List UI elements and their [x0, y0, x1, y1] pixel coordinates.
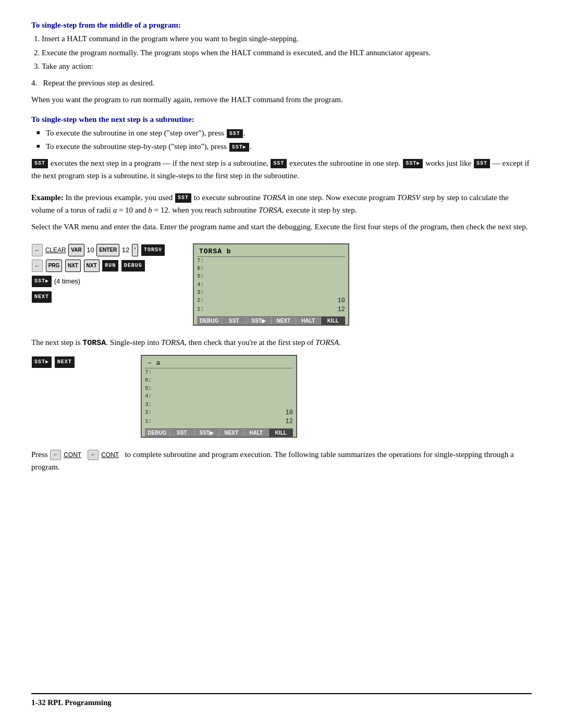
sst-into-key: SST▶: [229, 143, 249, 152]
sst-example: SST: [175, 193, 191, 203]
torsa-ref-1: TORSA: [263, 193, 286, 202]
sk-sst-1: SST: [222, 317, 247, 325]
lcd-screen-1: TORSA b 7: 6: 5: 4:: [193, 243, 349, 326]
debug-key: DEBUG: [121, 260, 145, 272]
example-area-2: SST▶ NEXT → a 7: 6: 5:: [31, 355, 532, 438]
lcd-row-1: 1: 12: [197, 305, 345, 314]
halt-para: When you want the program to run normall…: [31, 93, 532, 106]
heading-middle: To single-step from the middle of a prog…: [31, 21, 532, 30]
lcd-title-2: → a: [145, 358, 293, 368]
left-arrow-1: ←: [32, 244, 43, 256]
subroutine-bullets: To execute the subroutine in one step ("…: [36, 127, 532, 153]
bullet-step-into: To execute the subroutine step-by-step (…: [36, 141, 532, 153]
sst-into-inline: SST▶: [403, 159, 423, 168]
step-2: Execute the program normally. The progra…: [42, 47, 532, 59]
torsa-code: TORSA: [82, 339, 106, 348]
steps-list: Insert a HALT command in the program whe…: [42, 33, 532, 72]
screen-col-2: → a 7: 6: 5: 4:: [141, 355, 297, 438]
sk-halt-1: HALT: [296, 317, 321, 325]
torsv-ref: TORSV: [397, 193, 421, 202]
sk-kill-2: KILL: [269, 429, 293, 437]
lcd2-row-7: 7:: [145, 368, 293, 376]
sst-times-key: SST▶: [32, 276, 52, 287]
sst-inline-3: SST: [474, 159, 490, 168]
step-1: Insert a HALT command in the program whe…: [42, 33, 532, 45]
b-var: b: [148, 206, 152, 214]
keyseq2-line-1: SST▶ NEXT: [31, 355, 125, 368]
step-3: Take any action:: [42, 60, 532, 72]
lcd-row-3: 3:: [197, 289, 345, 297]
next-step-para: The next step is TORSA. Single-step into…: [31, 336, 532, 350]
lcd-row-7: 7:: [197, 257, 345, 265]
nxt-key-1: NXT: [65, 260, 81, 272]
lcd-row-5: 5:: [197, 273, 345, 280]
sk-sst2-2: SST▶: [194, 429, 219, 437]
page-content: To single-step from the middle of a prog…: [31, 21, 532, 473]
torsa-italic-2: TORSA: [161, 338, 185, 347]
clear-label: CLEAR: [45, 246, 66, 254]
cont-label-3: CONT: [101, 451, 119, 459]
keyseq-line-2: ← PRG NXT NXT RUN DEBUG: [31, 259, 177, 273]
step4-text: 4. Repeat the previous step as desired.: [31, 77, 532, 89]
var-key: VAR: [68, 244, 84, 256]
sk-next-2: NEXT: [219, 429, 244, 437]
lcd-title-1: TORSA b: [197, 246, 345, 257]
torsv-key: TORSV: [141, 244, 165, 256]
bullet-step-over: To execute the subroutine in one step ("…: [36, 127, 532, 139]
torsa-ref-2: TORSA: [259, 206, 282, 214]
screen-col-1: TORSA b 7: 6: 5: 4:: [193, 243, 349, 326]
lcd2-row-1: 1: 12: [145, 417, 293, 426]
sk-halt-2: HALT: [244, 429, 269, 437]
example-area-1: ← CLEAR VAR 10 ENTER 12 ' TORSV ← PRG NX…: [31, 243, 532, 326]
sk-kill-1: KILL: [321, 317, 346, 325]
sk-debug-2: DEBUG: [145, 429, 170, 437]
press-cont-para: Press ← CONT ← CONT to complete subrouti…: [31, 448, 532, 473]
tick-key: ': [132, 244, 138, 256]
sk-sst2-1: SST▶: [247, 317, 272, 325]
lcd-softkeys-2: DEBUG SST SST▶ NEXT HALT KILL: [145, 428, 293, 437]
lcd-screen-2: → a 7: 6: 5: 4:: [141, 355, 297, 438]
nxt-key-2: NXT: [84, 260, 100, 272]
lcd-stack-1: 7: 6: 5: 4:: [197, 257, 345, 315]
keyseq-line-4: NEXT: [31, 290, 177, 304]
lcd-row-6: 6:: [197, 265, 345, 273]
example-bold-label: Example:: [31, 193, 64, 202]
section-middle: To single-step from the middle of a prog…: [31, 21, 532, 106]
lcd-row-2: 2: 10: [197, 297, 345, 305]
a-var: a: [113, 206, 117, 214]
left-arrow-cont-1: ←: [50, 450, 61, 460]
select-var-para: Select the VAR menu and enter the data. …: [31, 220, 532, 233]
sst2-key: SST▶: [32, 356, 52, 368]
keyseq-line-3: SST▶ (4 times): [31, 275, 177, 288]
lcd2-row-2: 2: 10: [145, 409, 293, 417]
sst-desc-para: SST executes the next step in a program …: [31, 157, 532, 182]
torsa-italic-3: TORSA: [315, 338, 339, 347]
sk-debug-1: DEBUG: [197, 317, 222, 325]
left-arrow-2: ←: [32, 260, 43, 272]
lcd2-row-3: 3:: [145, 401, 293, 409]
enter-key-1: ENTER: [96, 244, 119, 256]
lcd2-row-5: 5:: [145, 385, 293, 392]
lcd-stack-2: 7: 6: 5: 4:: [145, 368, 293, 426]
section-subroutine: To single-step when the next step is a s…: [31, 115, 532, 182]
example-para: Example: In the previous example, you us…: [31, 191, 532, 216]
keyseq-line-1: ← CLEAR VAR 10 ENTER 12 ' TORSV: [31, 243, 177, 257]
sk-next-1: NEXT: [272, 317, 297, 325]
lcd-softkeys-1: DEBUG SST SST▶ NEXT HALT KILL: [197, 316, 345, 325]
lcd2-row-6: 6:: [145, 376, 293, 384]
sst-inline-2: SST: [271, 159, 287, 168]
sst-key-2: SST: [227, 129, 243, 138]
lcd-row-4: 4:: [197, 281, 345, 289]
run-key: RUN: [102, 260, 118, 272]
sk-sst-2: SST: [170, 429, 195, 437]
next2-key: NEXT: [55, 356, 75, 368]
sst-inline-1: SST: [32, 159, 48, 168]
cont-label-2: CONT: [64, 451, 81, 459]
keyseq-col-2: SST▶ NEXT: [31, 355, 125, 368]
next-key-seq: NEXT: [32, 291, 52, 303]
keyseq-col-1: ← CLEAR VAR 10 ENTER 12 ' TORSV ← PRG NX…: [31, 243, 177, 304]
page-footer: 1-32 RPL Programming: [31, 693, 532, 707]
lcd2-row-4: 4:: [145, 392, 293, 400]
heading-subroutine: To single-step when the next step is a s…: [31, 115, 532, 124]
footer-label: 1-32 RPL Programming: [31, 698, 112, 707]
